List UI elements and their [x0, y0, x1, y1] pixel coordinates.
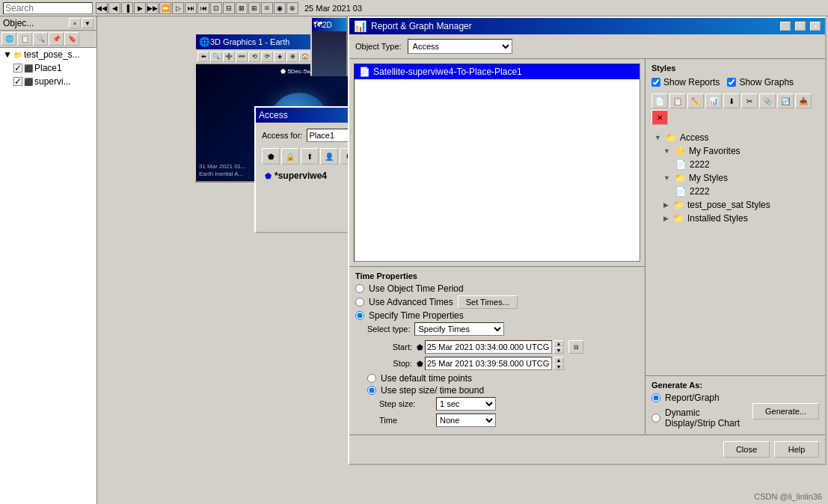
- access-btn-1[interactable]: ⬟: [262, 148, 280, 165]
- my-styles-label: My Styles: [689, 173, 728, 183]
- start-spin-up[interactable]: ▲: [553, 340, 564, 347]
- tree-root[interactable]: ▼ 📁 test_pose_s...: [0, 48, 96, 61]
- tree-styles-2222[interactable]: 📄 2222: [672, 185, 819, 198]
- tree-item-supervi[interactable]: ✓ ⬛ supervi...: [10, 75, 96, 88]
- radio-advanced-times-input[interactable]: [355, 298, 364, 307]
- tree-installed-styles[interactable]: ▶ 📁 Installed Styles: [660, 212, 819, 225]
- nav-icon-12[interactable]: ⊠: [236, 2, 248, 14]
- styles-btn-7[interactable]: 📎: [759, 93, 776, 108]
- radio-specify-time-input[interactable]: [355, 311, 364, 320]
- tree-my-favorites[interactable]: ▼ ⭐ My Favorites: [660, 144, 819, 158]
- g-btn-2[interactable]: 🔍: [210, 52, 222, 62]
- panel-menu-btn[interactable]: ▼: [82, 18, 93, 28]
- close-button[interactable]: Close: [723, 441, 770, 458]
- nav-icon-11[interactable]: ⊟: [223, 2, 235, 14]
- radio-dynamic-display-input[interactable]: [651, 414, 660, 422]
- g-btn-3[interactable]: ➕: [223, 52, 235, 62]
- g-btn-9[interactable]: 🏠: [299, 52, 311, 62]
- search-input[interactable]: [3, 2, 93, 14]
- toolbar-icon-4[interactable]: 📌: [49, 32, 64, 46]
- g-btn-5[interactable]: ⟲: [248, 52, 260, 62]
- stop-spin-up[interactable]: ▲: [553, 357, 564, 363]
- help-button[interactable]: Help: [774, 441, 819, 458]
- nav-icon-16[interactable]: ⊕: [286, 2, 298, 14]
- rgm-close-btn[interactable]: ×: [810, 22, 821, 31]
- nav-icon-5[interactable]: ▶▶: [147, 2, 159, 14]
- stop-spin-down[interactable]: ▼: [553, 363, 564, 370]
- nav-icon-7[interactable]: ▷: [172, 2, 184, 14]
- access-btn-3[interactable]: ⬆: [301, 148, 319, 165]
- step-size-select[interactable]: 1 sec: [436, 397, 496, 411]
- toolbar-icon-2[interactable]: 📋: [17, 32, 32, 46]
- time-select[interactable]: None: [436, 414, 496, 427]
- styles-checkboxes: Show Reports Show Graphs: [645, 74, 825, 90]
- tree-expand-icon: ▼: [3, 49, 12, 60]
- nav-icon-4[interactable]: ▶: [134, 2, 146, 14]
- generate-button[interactable]: Generate...: [752, 403, 819, 420]
- radio-default-time-input[interactable]: [367, 374, 376, 383]
- stop-input[interactable]: [425, 357, 552, 370]
- list-item-satellite[interactable]: 📄 Satellite-superviwe4-To-Place-Place1: [355, 64, 640, 79]
- satellite-name: *superviwe4: [275, 170, 327, 181]
- styles-btn-8[interactable]: 🔃: [777, 93, 794, 108]
- styles-btn-delete[interactable]: ✕: [651, 110, 668, 125]
- access-btn-2[interactable]: 🔒: [281, 148, 299, 165]
- rgm-max-btn[interactable]: □: [795, 22, 806, 31]
- radio-step-size-input[interactable]: [367, 386, 376, 395]
- styles-btn-4[interactable]: 📊: [705, 93, 722, 108]
- tree-favorites-2222[interactable]: 📄 2222: [672, 158, 819, 171]
- toolbar-icon-3[interactable]: 🔍: [33, 32, 48, 46]
- styles-btn-1[interactable]: 📄: [651, 93, 668, 108]
- styles-btn-3[interactable]: ✏️: [687, 93, 704, 108]
- select-type-dropdown[interactable]: Specify Times: [414, 322, 504, 336]
- styles-2222-label: 2222: [690, 186, 710, 197]
- nav-icon-9[interactable]: ⏮: [197, 2, 209, 14]
- toolbar-icon-1[interactable]: 🌐: [1, 32, 16, 46]
- supervi-checkbox[interactable]: ✓: [13, 77, 22, 86]
- radio-report-graph-input[interactable]: [651, 393, 660, 402]
- nav-icon-15[interactable]: ◉: [274, 2, 286, 14]
- nav-icon-2[interactable]: ◀: [108, 2, 120, 14]
- start-input[interactable]: [425, 340, 552, 354]
- tree-test-pose-sat[interactable]: ▶ 📁 test_pose_sat Styles: [660, 198, 819, 212]
- styles-tree: ▼ 📁 Access ▼ ⭐ My Favorites: [645, 128, 825, 375]
- rgm-min-btn[interactable]: _: [780, 22, 791, 31]
- styles-btn-2[interactable]: 📋: [669, 93, 686, 108]
- g-btn-6[interactable]: ⟳: [261, 52, 273, 62]
- tree-access-root[interactable]: ▼ 📁 Access: [651, 131, 819, 144]
- radio-object-time-input[interactable]: [355, 284, 364, 293]
- access-btn-4[interactable]: 👤: [320, 148, 338, 165]
- nav-icon-13[interactable]: ⊞: [248, 2, 260, 14]
- g-btn-7[interactable]: ◈: [274, 52, 286, 62]
- rgm-title: Report & Graph Manager: [371, 21, 776, 31]
- panel-header: Objec... × ▼: [0, 16, 96, 31]
- show-reports-checkbox[interactable]: [651, 78, 660, 87]
- list-item-icon: 📄: [359, 67, 370, 77]
- tree-my-styles[interactable]: ▼ 📁 My Styles: [660, 171, 819, 185]
- start-extra-btn[interactable]: ⊟: [568, 340, 583, 354]
- tree-item-place1[interactable]: ✓ ⬛ Place1: [10, 61, 96, 75]
- styles-btn-5[interactable]: ⬇: [723, 93, 740, 108]
- g-btn-1[interactable]: ⬅: [197, 52, 209, 62]
- nav-icon-6[interactable]: ⏩: [159, 2, 171, 14]
- toolbar-icon-5[interactable]: 🔖: [64, 32, 79, 46]
- place1-checkbox[interactable]: ✓: [13, 64, 22, 73]
- nav-icon-3[interactable]: ▐: [121, 2, 133, 14]
- object-type-select[interactable]: Access: [408, 39, 512, 54]
- g-btn-8[interactable]: ⊕: [286, 52, 298, 62]
- panel-close-btn[interactable]: ×: [69, 18, 81, 28]
- styles-btn-6[interactable]: ✂: [741, 93, 758, 108]
- nav-icon-14[interactable]: ⧈: [261, 2, 273, 14]
- panel-toolbar: 🌐 📋 🔍 📌 🔖: [0, 31, 96, 48]
- nav-icon-10[interactable]: ⊡: [210, 2, 222, 14]
- start-spin-down[interactable]: ▼: [553, 347, 564, 354]
- rgm-body: 📄 Satellite-superviwe4-To-Place-Place1 T…: [349, 59, 825, 434]
- set-times-button[interactable]: Set Times...: [458, 295, 518, 309]
- nav-icon-1[interactable]: ◀◀: [96, 2, 108, 14]
- g-btn-4[interactable]: ➖: [236, 52, 248, 62]
- time-properties: Time Properties Use Object Time Period U…: [349, 266, 645, 434]
- styles-btn-9[interactable]: 📥: [795, 93, 812, 108]
- show-graphs-checkbox[interactable]: [727, 78, 736, 87]
- nav-icon-8[interactable]: ⏭: [185, 2, 197, 14]
- select-type-row: Select type: Specify Times: [367, 322, 639, 336]
